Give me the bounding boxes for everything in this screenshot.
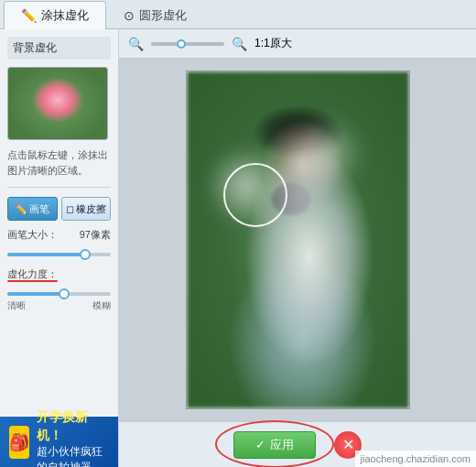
blur-max-label: 模糊 xyxy=(92,299,111,312)
canvas-area[interactable] xyxy=(119,59,476,421)
flower-image xyxy=(8,68,107,139)
ad-text: 开学换新机！ 超小伙伴疯狂的自拍神器 xyxy=(37,408,109,467)
right-panel: 🔍 🔍 1:1原大 xyxy=(119,29,476,467)
apply-label: 应用 xyxy=(270,437,294,453)
blur-area-1 xyxy=(205,145,287,227)
zoom-label: 1:1原大 xyxy=(254,36,292,51)
brush-size-value: 97像素 xyxy=(80,228,111,242)
brush-size-label: 画笔大小： xyxy=(7,228,58,242)
hint-text: 点击鼠标左键，涂抹出图片清晰的区域。 xyxy=(7,147,111,178)
ad-icon-glyph: 🎒 xyxy=(9,432,29,452)
blur-strength-slider-container[interactable]: 清晰 模糊 xyxy=(7,288,111,312)
main-window: ✏️ 涂抹虚化 ⊙ 圆形虚化 背景虚化 点击鼠标左键，涂抹出图片清晰的区域。 ✏… xyxy=(0,0,476,467)
tab-bar: ✏️ 涂抹虚化 ⊙ 圆形虚化 xyxy=(0,0,476,29)
content-area: 背景虚化 点击鼠标左键，涂抹出图片清晰的区域。 ✏️ 画笔 ◻ 橡皮擦 画笔大小… xyxy=(0,29,476,467)
left-panel: 背景虚化 点击鼠标左键，涂抹出图片清晰的区域。 ✏️ 画笔 ◻ 橡皮擦 画笔大小… xyxy=(0,29,119,467)
brush-size-row: 画笔大小： 97像素 xyxy=(7,228,111,242)
apply-check-icon: ✓ xyxy=(255,438,265,451)
blur-strength-track xyxy=(7,292,64,296)
zoom-in-icon[interactable]: 🔍 xyxy=(232,37,247,51)
blur-strength-slider[interactable] xyxy=(7,292,111,296)
tab-circle[interactable]: ⊙ 圆形虚化 xyxy=(106,1,204,29)
smear-tab-label: 涂抹虚化 xyxy=(41,7,89,24)
divider-1 xyxy=(7,187,111,188)
brush-size-slider-container[interactable] xyxy=(7,249,111,260)
blur-area-2 xyxy=(290,117,363,190)
blur-strength-row: 虚化力度： xyxy=(7,267,111,281)
ad-icon: 🎒 xyxy=(9,426,29,459)
watermark-text: jiaocheng.chazidian.com xyxy=(361,453,471,464)
panel-title[interactable]: 背景虚化 xyxy=(7,37,111,60)
image-canvas xyxy=(186,71,410,409)
cancel-icon: ✕ xyxy=(342,436,354,453)
brush-icon: ✏️ xyxy=(15,203,27,215)
apply-btn-wrapper: ✓ 应用 xyxy=(233,431,316,459)
watermark: jiaocheng.chazidian.com xyxy=(355,451,476,467)
apply-button[interactable]: ✓ 应用 xyxy=(233,431,316,459)
blur-strength-thumb[interactable] xyxy=(59,288,70,299)
right-toolbar: 🔍 🔍 1:1原大 xyxy=(119,29,476,59)
brush-tool-btn[interactable]: ✏️ 画笔 xyxy=(7,197,58,221)
thumbnail xyxy=(7,67,108,140)
brush-size-track xyxy=(7,253,85,256)
ad-title: 开学换新机！ xyxy=(37,408,109,444)
tab-smear[interactable]: ✏️ 涂抹虚化 xyxy=(4,1,106,29)
eraser-label: 橡皮擦 xyxy=(76,202,106,216)
photo-subject xyxy=(187,71,409,408)
blur-min-label: 清晰 xyxy=(7,299,26,312)
brush-size-slider[interactable] xyxy=(7,253,111,256)
eraser-tool-btn[interactable]: ◻ 橡皮擦 xyxy=(61,197,112,221)
eraser-icon: ◻ xyxy=(66,203,74,215)
circle-tab-label: 圆形虚化 xyxy=(139,7,187,24)
panel-title-label: 背景虚化 xyxy=(13,40,57,56)
tool-buttons: ✏️ 画笔 ◻ 橡皮擦 xyxy=(7,197,111,221)
circle-tab-icon: ⊙ xyxy=(124,8,135,23)
blur-strength-label: 虚化力度： xyxy=(7,267,58,281)
smear-tab-icon: ✏️ xyxy=(21,8,37,23)
blur-labels: 清晰 模糊 xyxy=(7,299,111,312)
ad-banner[interactable]: 🎒 开学换新机！ 超小伙伴疯狂的自拍神器 xyxy=(0,417,118,467)
brush-size-thumb[interactable] xyxy=(80,249,91,260)
ad-subtitle: 超小伙伴疯狂的自拍神器 xyxy=(37,444,109,467)
brush-label: 画笔 xyxy=(29,202,49,216)
zoom-slider[interactable] xyxy=(151,42,224,46)
zoom-out-icon[interactable]: 🔍 xyxy=(128,37,144,51)
zoom-slider-thumb[interactable] xyxy=(177,39,186,49)
